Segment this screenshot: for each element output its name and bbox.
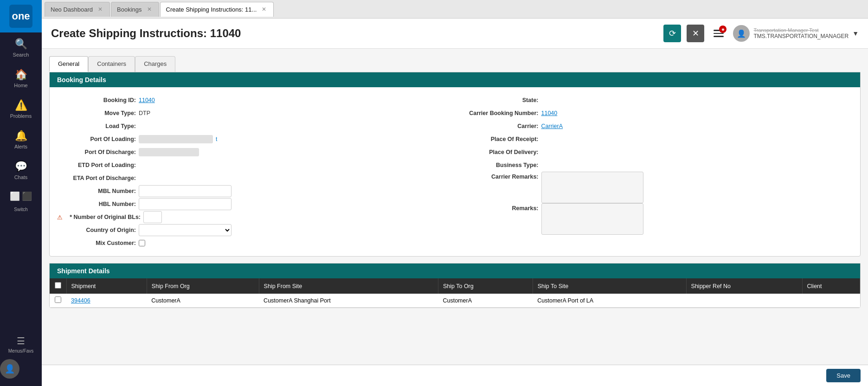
select-all-checkbox[interactable] bbox=[55, 282, 61, 289]
carrier-remarks-input[interactable] bbox=[541, 172, 643, 203]
sidebar-item-menus[interactable]: ☰ Menus/Favs bbox=[0, 330, 42, 359]
user-info: Transportation Manager Test TMS.TRANSPOR… bbox=[753, 27, 849, 39]
sub-tab-containers[interactable]: Containers bbox=[88, 56, 135, 72]
header-bar: Create Shipping Instructions: 11040 ⟳ ✕ … bbox=[42, 19, 868, 49]
col-checkbox bbox=[50, 278, 66, 294]
booking-id-value[interactable]: 11040 bbox=[139, 97, 155, 103]
table-header-row: Shipment Ship From Org Ship From Site Sh… bbox=[50, 278, 860, 294]
state-label: State: bbox=[460, 97, 539, 103]
form-row-hbl: HBL Number: bbox=[57, 198, 450, 211]
row-ship-from-org: CustomerA bbox=[147, 294, 259, 308]
mbl-input[interactable] bbox=[139, 185, 231, 197]
row-ship-from-site: CustomerA Shanghai Port bbox=[259, 294, 438, 308]
country-origin-label: Country of Origin: bbox=[57, 227, 136, 233]
sub-tab-charges[interactable]: Charges bbox=[135, 56, 175, 72]
port-discharge-label: Port Of Discharge: bbox=[57, 149, 136, 155]
app-logo[interactable]: one bbox=[0, 0, 42, 32]
menu-button[interactable]: ★ bbox=[710, 25, 727, 42]
form-row-booking-id: Booking ID: 11040 bbox=[57, 94, 450, 107]
tab-close-create-shipping[interactable]: ✕ bbox=[260, 6, 268, 13]
port-loading-value bbox=[139, 135, 213, 143]
tab-neo-dashboard[interactable]: Neo Dashboard ✕ bbox=[45, 2, 110, 17]
required-icon: ⚠ bbox=[57, 214, 63, 221]
hbl-input[interactable] bbox=[139, 198, 231, 210]
sidebar-item-problems[interactable]: ⚠️ Problems bbox=[0, 94, 42, 124]
hbl-label: HBL Number: bbox=[57, 201, 136, 207]
search-icon: 🔍 bbox=[15, 38, 27, 50]
main-area: Neo Dashboard ✕ Bookings ✕ Create Shippi… bbox=[42, 0, 868, 386]
tab-close-neo-dashboard[interactable]: ✕ bbox=[96, 6, 104, 13]
col-shipper-ref: Shipper Ref No bbox=[686, 278, 802, 294]
form-row-state: State: bbox=[460, 94, 853, 107]
user-name: Transportation Manager Test bbox=[753, 27, 837, 33]
menu-bar-3 bbox=[714, 36, 724, 37]
tab-bookings[interactable]: Bookings ✕ bbox=[111, 2, 159, 17]
booking-details-form: Booking ID: 11040 Move Type: DTP Load Ty… bbox=[57, 94, 853, 250]
refresh-button[interactable]: ⟳ bbox=[663, 25, 681, 42]
form-row-port-discharge: Port Of Discharge: bbox=[57, 146, 450, 159]
content-area: General Containers Charges Booking Detai… bbox=[42, 49, 868, 365]
carrier-value[interactable]: CarrierA bbox=[541, 123, 563, 129]
port-loading-link[interactable]: t bbox=[216, 136, 217, 142]
row-checkbox-cell bbox=[50, 294, 66, 308]
place-receipt-label: Place Of Receipt: bbox=[460, 136, 539, 142]
logo-box: one bbox=[9, 5, 32, 28]
carrier-booking-label: Carrier Booking Number: bbox=[460, 110, 539, 116]
remarks-label: Remarks: bbox=[460, 203, 539, 212]
form-row-load-type: Load Type: bbox=[57, 120, 450, 133]
original-bls-input[interactable] bbox=[143, 211, 162, 223]
user-avatar-header: 👤 bbox=[733, 25, 750, 42]
close-button[interactable]: ✕ bbox=[687, 25, 704, 42]
form-row-original-bls: ⚠ * Number of Original BLs: bbox=[57, 211, 450, 224]
sidebar-item-search[interactable]: 🔍 Search bbox=[0, 32, 42, 63]
form-row-mix-customer: Mix Customer: bbox=[57, 237, 450, 250]
col-ship-from-org: Ship From Org bbox=[147, 278, 259, 294]
place-delivery-label: Place Of Delivery: bbox=[460, 149, 539, 155]
carrier-label: Carrier: bbox=[460, 123, 539, 129]
form-row-etd: ETD Port of Loading: bbox=[57, 159, 450, 172]
form-row-carrier-remarks: Carrier Remarks: bbox=[460, 172, 853, 203]
booking-details-body: Booking ID: 11040 Move Type: DTP Load Ty… bbox=[50, 87, 860, 256]
row-ship-to-org: CustomerA bbox=[438, 294, 533, 308]
refresh-icon: ⟳ bbox=[669, 28, 676, 39]
sidebar-item-home[interactable]: 🏠 Home bbox=[0, 63, 42, 94]
page-title: Create Shipping Instructions: 11040 bbox=[51, 27, 658, 40]
form-right: State: Carrier Booking Number: 11040 Car… bbox=[460, 94, 853, 250]
form-row-port-loading: Port Of Loading: t bbox=[57, 133, 450, 146]
sidebar-item-alerts[interactable]: 🔔 Alerts bbox=[0, 124, 42, 155]
row-ship-to-site: CustomerA Port of LA bbox=[533, 294, 686, 308]
home-icon: 🏠 bbox=[15, 69, 27, 81]
col-shipment: Shipment bbox=[66, 278, 147, 294]
user-dropdown-arrow[interactable]: ▼ bbox=[852, 30, 859, 37]
form-row-place-delivery: Place Of Delivery: bbox=[460, 146, 853, 159]
tab-create-shipping[interactable]: Create Shipping Instructions: 11... ✕ bbox=[160, 2, 274, 17]
menus-icon: ☰ bbox=[17, 335, 25, 347]
remarks-input[interactable] bbox=[541, 203, 643, 235]
mix-customer-checkbox[interactable] bbox=[139, 240, 145, 246]
col-ship-from-site: Ship From Site bbox=[259, 278, 438, 294]
booking-details-card: Booking Details Booking ID: 11040 Move T… bbox=[49, 72, 861, 257]
table-row: 394406 CustomerA CustomerA Shanghai Port… bbox=[50, 294, 860, 308]
sidebar-item-chats[interactable]: 💬 Chats bbox=[0, 155, 42, 186]
form-row-place-receipt: Place Of Receipt: bbox=[460, 133, 853, 146]
tab-bar: Neo Dashboard ✕ Bookings ✕ Create Shippi… bbox=[42, 0, 868, 19]
save-button[interactable]: Save bbox=[826, 369, 861, 382]
form-row-business-type: Business Type: bbox=[460, 159, 853, 172]
form-row-move-type: Move Type: DTP bbox=[57, 107, 450, 120]
form-row-country-origin: Country of Origin: bbox=[57, 224, 450, 237]
tab-close-bookings[interactable]: ✕ bbox=[146, 6, 153, 13]
sub-tab-general[interactable]: General bbox=[49, 56, 88, 72]
user-avatar-sidebar[interactable]: 👤 bbox=[0, 359, 19, 379]
carrier-booking-value[interactable]: 11040 bbox=[541, 110, 558, 116]
shipment-table: Shipment Ship From Org Ship From Site Sh… bbox=[50, 278, 860, 308]
sub-tabs: General Containers Charges bbox=[49, 56, 861, 72]
chats-icon: 💬 bbox=[15, 161, 27, 173]
booking-details-header: Booking Details bbox=[50, 72, 860, 87]
country-origin-select[interactable] bbox=[139, 224, 231, 236]
move-type-value: DTP bbox=[139, 110, 150, 116]
form-row-carrier-booking: Carrier Booking Number: 11040 bbox=[460, 107, 853, 120]
switch-label: Switch bbox=[14, 207, 27, 212]
row-shipment: 394406 bbox=[66, 294, 147, 308]
sidebar-item-switch[interactable]: ⬜ ⬛ bbox=[0, 186, 42, 207]
row-checkbox[interactable] bbox=[55, 296, 61, 303]
